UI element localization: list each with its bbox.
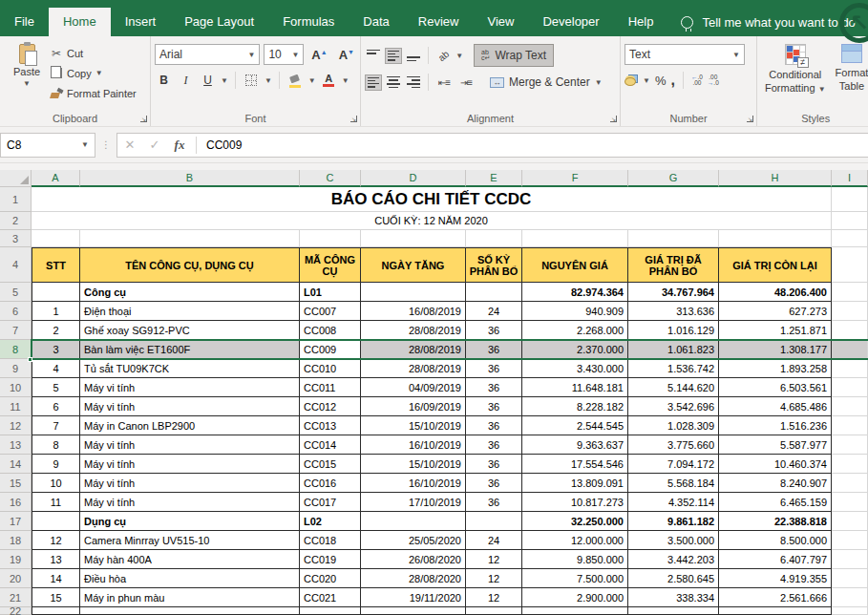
chevron-down-icon[interactable]: ▼ [455, 52, 463, 60]
dialog-launcher-icon[interactable] [747, 116, 753, 122]
row-header-9[interactable]: 9 [0, 359, 32, 378]
cell-B21[interactable]: Máy in phun màu [80, 588, 300, 607]
chevron-down-icon[interactable]: ▼ [265, 76, 272, 85]
tab-data[interactable]: Data [349, 8, 403, 36]
row-header-19[interactable]: 19 [0, 550, 32, 569]
cell-D16[interactable]: 17/10/2019 [361, 493, 466, 512]
cell-G15[interactable]: 5.568.184 [628, 474, 719, 493]
dialog-launcher-icon[interactable] [610, 116, 617, 122]
cell-B14[interactable]: Máy vi tính [80, 455, 300, 474]
cell-B9[interactable]: Tủ sắt TU09K7CK [80, 359, 300, 378]
cell-E8[interactable]: 36 [466, 340, 522, 359]
tab-help[interactable]: Help [614, 8, 668, 36]
cell-F14[interactable]: 17.554.546 [522, 455, 628, 474]
table-header-G4[interactable]: GIÁ TRỊ ĐÃ PHÂN BỔ [628, 247, 719, 283]
cell-G19[interactable]: 3.442.203 [628, 550, 719, 569]
font-name-select[interactable]: Arial▼ [155, 44, 260, 65]
cell-C21[interactable]: CC021 [300, 588, 361, 607]
increase-decimal-button[interactable]: ←.0.00 [691, 74, 703, 86]
row-header-12[interactable]: 12 [0, 416, 32, 435]
underline-button[interactable]: U [199, 71, 217, 90]
cell-D15[interactable]: 16/10/2019 [361, 474, 466, 493]
cell-I18[interactable] [832, 531, 868, 550]
decrease-indent-button[interactable]: ⇤≡ [434, 77, 454, 88]
cell-E6[interactable]: 24 [466, 302, 522, 321]
cell-H3[interactable] [719, 230, 832, 247]
tab-insert[interactable]: Insert [111, 8, 171, 36]
cell-G14[interactable]: 7.094.172 [628, 455, 719, 474]
cell-I9[interactable] [832, 359, 868, 378]
borders-button[interactable] [243, 71, 261, 90]
table-header-A4[interactable]: STT [32, 247, 80, 283]
table-header-E4[interactable]: SỐ KỲ PHÂN BỔ [466, 247, 522, 283]
cell-D8[interactable]: 28/08/2019 [361, 340, 466, 359]
cell-G22[interactable] [628, 607, 719, 615]
cell-A20[interactable]: 14 [32, 569, 80, 588]
cell-A15[interactable]: 10 [32, 474, 80, 493]
cell-B10[interactable]: Máy vi tính [80, 378, 300, 397]
tell-me-box[interactable]: Tell me what you want to do [671, 8, 864, 36]
cell-H7[interactable]: 1.251.871 [719, 321, 832, 340]
row-header-6[interactable]: 6 [0, 302, 32, 321]
cell-H15[interactable]: 8.240.907 [719, 474, 832, 493]
cell-C7[interactable]: CC008 [300, 321, 361, 340]
decrease-decimal-button[interactable]: .00→.0 [708, 74, 719, 86]
cell-I4[interactable] [832, 247, 868, 283]
col-header-H[interactable]: H [719, 170, 832, 187]
cell-G10[interactable]: 5.144.620 [628, 378, 719, 397]
table-header-F4[interactable]: NGUYÊN GIÁ [522, 247, 628, 283]
cell-B15[interactable]: Máy vi tính [80, 474, 300, 493]
cell-D11[interactable]: 16/09/2019 [361, 397, 466, 416]
row-header-7[interactable]: 7 [0, 321, 32, 340]
cell-B13[interactable]: Máy vi tính [80, 435, 300, 455]
number-format-select[interactable]: Text▼ [625, 44, 745, 65]
cell-A12[interactable]: 7 [32, 416, 80, 435]
select-all-corner[interactable] [0, 170, 32, 187]
cell-H20[interactable]: 4.919.355 [719, 569, 832, 588]
cell-A6[interactable]: 1 [32, 302, 80, 321]
chevron-down-icon[interactable]: ▼ [342, 76, 349, 85]
tab-home[interactable]: Home [49, 8, 111, 36]
cell-E9[interactable]: 36 [466, 359, 522, 378]
cell-C16[interactable]: CC017 [300, 493, 361, 512]
cell-B20[interactable]: Điều hòa [80, 569, 300, 588]
merge-center-button[interactable]: ↔ Merge & Center ▼ [486, 72, 606, 93]
cell-H18[interactable]: 8.500.000 [719, 531, 832, 550]
cell-G3[interactable] [628, 230, 719, 247]
cell-H8[interactable]: 1.308.177 [719, 340, 832, 359]
row-header-2[interactable]: 2 [0, 212, 32, 230]
cell-F12[interactable]: 2.544.545 [522, 416, 628, 435]
cell-G8[interactable]: 1.061.823 [628, 340, 719, 359]
cell-E18[interactable]: 24 [466, 531, 522, 550]
cell-B8[interactable]: Bàn làm việc ET1600F [80, 340, 300, 359]
align-left-button[interactable] [365, 74, 382, 91]
table-header-H4[interactable]: GIÁ TRỊ CÒN LẠI [719, 247, 832, 283]
comma-style-button[interactable]: , [670, 76, 674, 84]
cell-G20[interactable]: 2.580.645 [628, 569, 719, 588]
cell-E5[interactable] [466, 283, 522, 302]
table-header-D4[interactable]: NGÀY TĂNG [361, 247, 466, 283]
cell-C9[interactable]: CC010 [300, 359, 361, 378]
cell-I2[interactable] [832, 212, 868, 230]
chevron-down-icon[interactable]: ▼ [308, 76, 316, 85]
cell-E10[interactable]: 36 [466, 378, 522, 397]
cell-I5[interactable] [832, 283, 868, 302]
col-header-B[interactable]: B [80, 170, 300, 187]
cell-B22[interactable] [80, 607, 300, 615]
cell-H6[interactable]: 627.273 [719, 302, 832, 321]
cell-F20[interactable]: 7.500.000 [522, 569, 628, 588]
increase-font-button[interactable]: A▲ [307, 48, 330, 62]
dialog-launcher-icon[interactable] [350, 116, 357, 122]
cell-H22[interactable] [719, 607, 832, 615]
cell-G17[interactable]: 9.861.182 [628, 512, 719, 531]
cell-E13[interactable]: 36 [466, 435, 522, 455]
tab-view[interactable]: View [473, 8, 528, 36]
col-header-C[interactable]: C [300, 170, 361, 187]
tab-formulas[interactable]: Formulas [268, 8, 349, 36]
cell-H21[interactable]: 2.561.666 [719, 588, 832, 607]
cell-B5[interactable]: Công cụ [80, 283, 300, 302]
cell-I1[interactable] [832, 187, 868, 212]
cell-G12[interactable]: 1.028.309 [628, 416, 719, 435]
row-header-14[interactable]: 14 [0, 455, 32, 474]
conditional-formatting-button[interactable]: Conditional Formatting ▼ [765, 42, 826, 96]
